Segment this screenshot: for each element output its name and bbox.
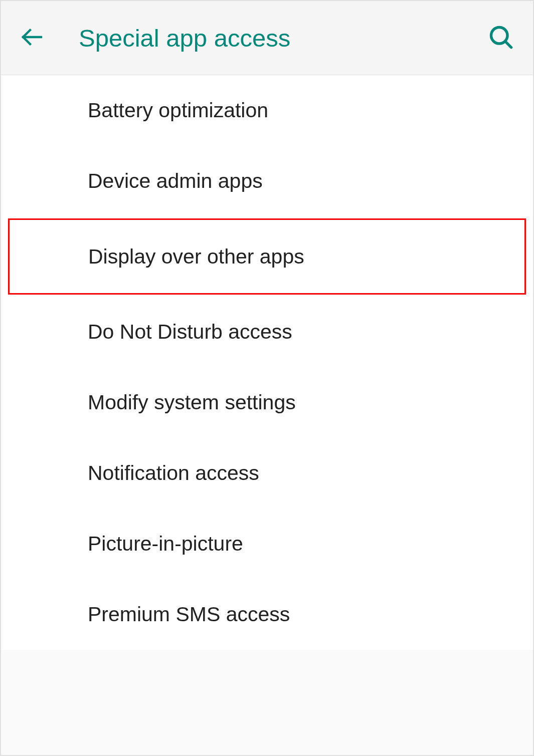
search-button[interactable]	[473, 1, 523, 75]
search-icon	[488, 24, 514, 52]
highlight-box: Display over other apps	[8, 218, 526, 295]
list-item-label: Modify system settings	[88, 391, 296, 414]
list-item-display-over-other-apps[interactable]: Display over other apps	[10, 220, 524, 293]
list-item-label: Premium SMS access	[88, 603, 290, 626]
svg-line-2	[505, 41, 511, 47]
list-item-device-admin-apps[interactable]: Device admin apps	[1, 146, 533, 216]
list-item-picture-in-picture[interactable]: Picture-in-picture	[1, 509, 533, 579]
list-item-label: Notification access	[88, 461, 259, 485]
list-item-label: Device admin apps	[88, 169, 263, 193]
list-item-label: Do Not Disturb access	[88, 320, 292, 344]
app-header: Special app access	[1, 1, 533, 75]
list-item-modify-system-settings[interactable]: Modify system settings	[1, 367, 533, 438]
list-item-label: Battery optimization	[88, 99, 268, 122]
list-item-do-not-disturb-access[interactable]: Do Not Disturb access	[1, 297, 533, 367]
back-arrow-icon	[20, 25, 44, 51]
list-item-label: Display over other apps	[88, 245, 304, 269]
list-item-label: Picture-in-picture	[88, 532, 243, 556]
page-title: Special app access	[61, 24, 473, 52]
settings-list: Battery optimization Device admin apps D…	[1, 75, 533, 650]
back-button[interactable]	[11, 1, 61, 75]
list-item-battery-optimization[interactable]: Battery optimization	[1, 75, 533, 146]
list-item-premium-sms-access[interactable]: Premium SMS access	[1, 579, 533, 650]
list-item-notification-access[interactable]: Notification access	[1, 438, 533, 509]
